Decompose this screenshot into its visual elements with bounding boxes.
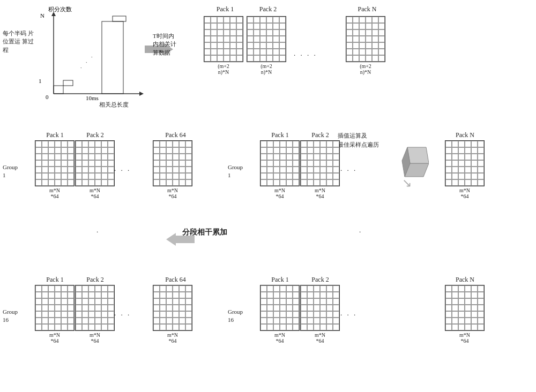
- bot-left-pack2-label: Pack 2: [78, 276, 113, 284]
- mid-right-packn-label: Pack N: [448, 131, 482, 139]
- bot-right-pack1-grid: m*N*64: [260, 285, 300, 344]
- bot-left-pack64-label: Pack 64: [158, 276, 193, 284]
- mid-right-dots: · · ·: [340, 166, 357, 175]
- mid-bottom-dot-left: ·: [96, 228, 98, 236]
- svg-text:·: ·: [86, 59, 87, 65]
- bot-left-pack64-value: m*N*64: [153, 332, 192, 344]
- top-pack2-cell-value: (m+2n)*N: [247, 63, 286, 75]
- mid-left-pack2-label: Pack 2: [78, 131, 113, 139]
- svg-marker-3: [139, 92, 144, 96]
- mid-right-packn-value: m*N*64: [445, 187, 485, 199]
- bot-right-pack2-grid: m*N*64: [300, 285, 340, 344]
- bot-right-packn-label: Pack N: [448, 276, 482, 284]
- middle-section: Pack 1 Pack 2 Pack 64 Group1 m*N*64: [0, 129, 536, 246]
- bot-right-packn-value: m*N*64: [445, 332, 485, 344]
- bot-right-pack2-label: Pack 2: [303, 276, 338, 284]
- svg-rect-9: [102, 21, 123, 94]
- bot-right-packn-grid: m*N*64: [445, 285, 485, 344]
- mid-right-pack1-grid: m*N*64: [260, 140, 300, 199]
- top-packn-cell-value: (m+2n)*N: [346, 63, 385, 75]
- mid-right-pack2-value: m*N*64: [300, 187, 340, 199]
- top-pack1-label: Pack 1: [206, 5, 244, 13]
- bot-left-pack64-grid: m*N*64: [153, 285, 192, 344]
- bottom-section: Pack 1 Pack 2 Pack 64 Group16 m*N*64: [0, 273, 536, 391]
- svg-rect-4: [54, 86, 63, 94]
- divider-arrow-left: [166, 233, 195, 248]
- bot-right-pack1-label: Pack 1: [263, 276, 297, 284]
- top-packn-grid: (m+2n)*N: [346, 16, 385, 75]
- mid-left-pack1-label: Pack 1: [38, 131, 72, 139]
- svg-marker-2: [51, 12, 56, 16]
- mid-left-pack1-value: m*N*64: [35, 187, 75, 199]
- arrow-left-icon: [166, 233, 195, 246]
- bot-right-pack2-value: m*N*64: [300, 332, 340, 344]
- top-packn-label: Pack N: [348, 5, 386, 13]
- bot-right-group16-label: Group16: [228, 308, 243, 325]
- mid-right-pack1-value: m*N*64: [260, 187, 300, 199]
- mid-left-pack2-value: m*N*64: [75, 187, 115, 199]
- bot-right-pack1-value: m*N*64: [260, 332, 300, 344]
- top-pack1-cell-value: (m+2n)*N: [204, 63, 243, 75]
- bot-right-dots: · · ·: [340, 311, 357, 319]
- chart-svg: · · ·: [43, 11, 145, 104]
- mid-right-packn-grid: m*N*64: [445, 140, 485, 199]
- mid-right-pack2-grid: m*N*64: [300, 140, 340, 199]
- top-pack1-grid: (m+2n)*N: [204, 16, 243, 75]
- mid-left-pack1-grid: m*N*64: [35, 140, 75, 199]
- bot-left-pack1-grid: m*N*64: [35, 285, 75, 344]
- mid-bottom-dot-right: ·: [359, 228, 361, 236]
- interpolation-label: 插值运算及最佳采样点遍历: [338, 131, 379, 149]
- svg-text:·: ·: [80, 65, 82, 71]
- bot-left-group16-label: Group16: [3, 308, 18, 325]
- chart-area: 积分次数 N 1 0 10ms: [35, 8, 142, 110]
- svg-rect-5: [63, 80, 73, 86]
- mid-left-group1-label: Group1: [3, 163, 18, 180]
- correlation-length-label: 相关总长度: [99, 101, 129, 109]
- one-label: 1: [39, 78, 42, 84]
- bot-left-pack1-value: m*N*64: [35, 332, 75, 344]
- bot-left-pack2-value: m*N*64: [75, 332, 115, 344]
- svg-rect-10: [113, 16, 126, 21]
- mid-right-pack1-label: Pack 1: [263, 131, 297, 139]
- top-section: 每个半码 片位置运 算过程 积分次数 N 1 0 10ms: [0, 3, 536, 126]
- mid-right-pack2-label: Pack 2: [303, 131, 338, 139]
- page-container: 每个半码 片位置运 算过程 积分次数 N 1 0 10ms: [0, 0, 536, 392]
- top-pack2-label: Pack 2: [249, 5, 287, 13]
- bot-left-pack1-label: Pack 1: [38, 276, 72, 284]
- top-dots1: · · · ·: [294, 51, 317, 59]
- top-pack2-grid: (m+2n)*N: [247, 16, 286, 75]
- t-time-label: T时间内内相关计算数据: [153, 32, 176, 57]
- mid-right-group1-label: Group1: [228, 163, 243, 180]
- mid-left-dots: · · ·: [114, 166, 131, 175]
- mid-left-pack2-grid: m*N*64: [75, 140, 115, 199]
- left-description: 每个半码 片位置运 算过程: [3, 29, 38, 54]
- bot-left-dots: · · ·: [114, 311, 131, 319]
- 3d-block-icon: ↘: [399, 145, 429, 190]
- mid-left-pack64-value: m*N*64: [153, 187, 192, 199]
- bot-left-pack2-grid: m*N*64: [75, 285, 115, 344]
- interpolation-icon-svg: [399, 145, 429, 179]
- mid-left-pack64-grid: m*N*64: [153, 140, 192, 199]
- svg-marker-12: [407, 147, 429, 163]
- svg-text:·: ·: [91, 54, 93, 60]
- mid-left-pack64-label: Pack 64: [158, 131, 193, 139]
